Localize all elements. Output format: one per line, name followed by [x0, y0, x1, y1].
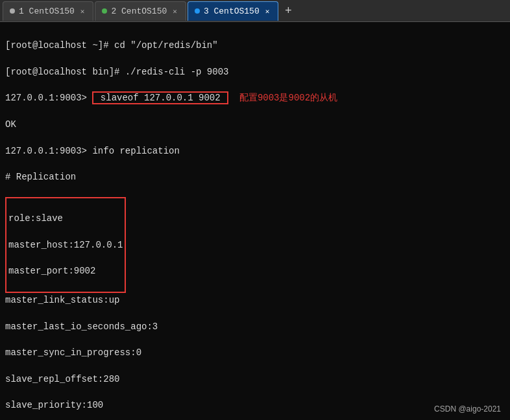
- watermark-text: CSDN @aigo-2021: [434, 404, 501, 414]
- terminal-line-2: [root@localhost bin]# ./redis-cli -p 900…: [5, 65, 505, 78]
- terminal-line-4: OK: [5, 118, 505, 131]
- slaveof-command-box: slaveof 127.0.0.1 9002: [92, 91, 228, 104]
- tab-centos150-3[interactable]: 3 CentOS150 ✕: [188, 1, 278, 21]
- terminal-line-8: master_host:127.0.0.1: [8, 239, 123, 251]
- tab-centos150-1[interactable]: 1 CentOS150 ✕: [3, 1, 93, 21]
- tab-close-1[interactable]: ✕: [79, 6, 87, 16]
- tab-dot-2: [102, 8, 107, 14]
- terminal-line-1: [root@localhost ~]# cd "/opt/redis/bin": [5, 39, 505, 52]
- tab-dot-3: [195, 8, 200, 14]
- tab-label-1: 1 CentOS150: [19, 6, 75, 16]
- terminal-line-10: master_link_status:up: [5, 294, 505, 307]
- terminal-line-14: slave_priority:100: [5, 399, 505, 412]
- terminal-line-5: 127.0.0.1:9003> info replication: [5, 145, 505, 158]
- tab-bar: 1 CentOS150 ✕ 2 CentOS150 ✕ 3 CentOS150 …: [0, 0, 510, 22]
- terminal-line-3: 127.0.0.1:9003> slaveof 127.0.0.1 9002 配…: [5, 91, 505, 104]
- tab-label-3: 3 CentOS150: [204, 6, 260, 16]
- tab-close-3[interactable]: ✕: [263, 6, 272, 16]
- annotation-text: 配置9003是9002的从机: [239, 93, 337, 103]
- terminal-line-7: role:slave: [8, 212, 123, 225]
- terminal-line-12: master_sync_in_progress:0: [5, 346, 505, 359]
- tab-close-2[interactable]: ✕: [171, 6, 179, 16]
- tab-label-2: 2 CentOS150: [111, 6, 167, 16]
- terminal-line-11: master_last_io_seconds_ago:3: [5, 320, 505, 333]
- tab-centos150-2[interactable]: 2 CentOS150 ✕: [95, 1, 186, 21]
- terminal-line-6: # Replication: [5, 170, 505, 183]
- terminal-area: [root@localhost ~]# cd "/opt/redis/bin" …: [0, 22, 510, 420]
- terminal-line-9: master_port:9002: [8, 264, 123, 277]
- role-info-box: role:slave master_host:127.0.0.1 master_…: [5, 197, 126, 293]
- terminal-line-13: slave_repl_offset:280: [5, 373, 505, 386]
- tab-dot-1: [10, 8, 15, 14]
- add-tab-button[interactable]: +: [280, 3, 297, 19]
